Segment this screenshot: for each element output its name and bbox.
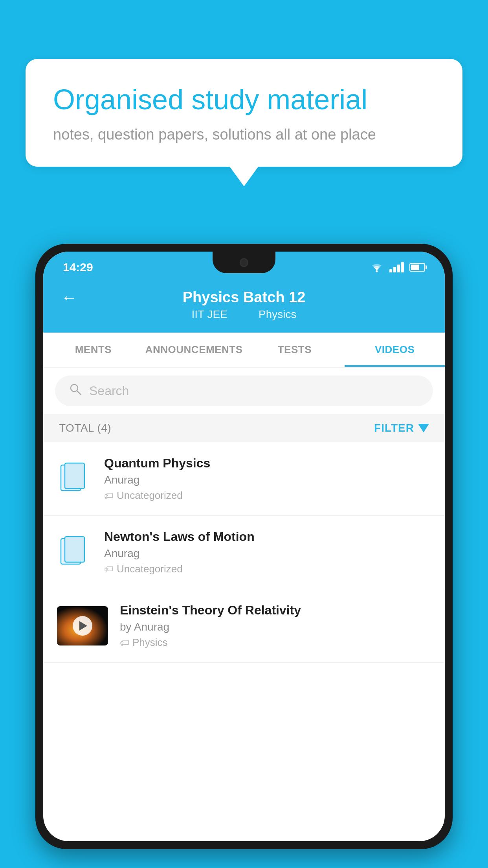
- video-tag: 🏷 Physics: [120, 636, 431, 649]
- search-container: Search: [43, 368, 445, 414]
- search-placeholder: Search: [89, 384, 129, 398]
- list-item[interactable]: Newton's Laws of Motion Anurag 🏷 Uncateg…: [43, 516, 445, 589]
- video-thumbnail: [57, 606, 108, 645]
- app-header: ← Physics Batch 12 IIT JEE Physics: [43, 279, 445, 333]
- video-tag: 🏷 Uncategorized: [104, 563, 431, 575]
- file-icon: [57, 535, 92, 570]
- tag-label: Uncategorized: [117, 563, 183, 575]
- phone-outer: 14:29: [35, 244, 453, 849]
- tab-videos[interactable]: VIDEOS: [345, 333, 445, 367]
- video-title: Einstein's Theory Of Relativity: [120, 603, 431, 618]
- promo-subtitle: notes, question papers, solutions all at…: [53, 126, 435, 143]
- status-time: 14:29: [63, 261, 93, 274]
- video-author: by Anurag: [120, 621, 431, 633]
- subtitle-iitjee: IIT JEE: [192, 308, 227, 320]
- camera-dot: [240, 258, 248, 267]
- wifi-icon: [370, 262, 384, 273]
- video-author: Anurag: [104, 474, 431, 486]
- search-bar[interactable]: Search: [55, 375, 433, 406]
- back-button[interactable]: ←: [61, 288, 77, 307]
- promo-section: Organised study material notes, question…: [26, 59, 462, 167]
- header-row: ← Physics Batch 12: [61, 289, 427, 306]
- svg-rect-4: [65, 463, 84, 489]
- video-title: Newton's Laws of Motion: [104, 530, 431, 544]
- total-filter-row: TOTAL (4) FILTER: [43, 414, 445, 442]
- subtitle-physics: Physics: [259, 308, 296, 320]
- tab-announcements[interactable]: ANNOUNCEMENTS: [143, 333, 245, 367]
- subtitle-separator: [240, 308, 246, 320]
- tab-tests[interactable]: TESTS: [244, 333, 345, 367]
- phone-inner: 14:29: [43, 252, 445, 841]
- video-author: Anurag: [104, 547, 431, 560]
- tag-icon: 🏷: [104, 564, 114, 575]
- video-info: Newton's Laws of Motion Anurag 🏷 Uncateg…: [104, 530, 431, 575]
- status-icons: [370, 262, 425, 273]
- tag-label: Physics: [132, 636, 168, 649]
- header-title: Physics Batch 12: [183, 289, 306, 306]
- tag-icon: 🏷: [104, 490, 114, 501]
- phone-notch: [213, 252, 275, 273]
- svg-point-0: [376, 270, 378, 272]
- battery-icon: [409, 263, 425, 272]
- video-info: Quantum Physics Anurag 🏷 Uncategorized: [104, 456, 431, 502]
- video-info: Einstein's Theory Of Relativity by Anura…: [120, 603, 431, 649]
- total-label: TOTAL (4): [59, 422, 111, 434]
- file-icon: [57, 461, 92, 497]
- tag-icon: 🏷: [120, 637, 129, 648]
- list-item[interactable]: Quantum Physics Anurag 🏷 Uncategorized: [43, 442, 445, 516]
- phone-container: 14:29: [35, 244, 453, 868]
- video-list: Quantum Physics Anurag 🏷 Uncategorized: [43, 442, 445, 663]
- play-triangle-icon: [79, 621, 87, 631]
- header-subtitle: IIT JEE Physics: [187, 308, 301, 321]
- search-icon: [69, 383, 82, 399]
- tabs-container: MENTS ANNOUNCEMENTS TESTS VIDEOS: [43, 333, 445, 368]
- svg-line-2: [77, 391, 81, 395]
- play-button[interactable]: [73, 616, 92, 636]
- tab-ments[interactable]: MENTS: [43, 333, 143, 367]
- signal-icon: [389, 262, 404, 272]
- promo-title: Organised study material: [53, 83, 435, 116]
- filter-button[interactable]: FILTER: [374, 422, 429, 434]
- video-title: Quantum Physics: [104, 456, 431, 471]
- svg-rect-6: [65, 537, 84, 562]
- filter-label: FILTER: [374, 422, 414, 434]
- video-tag: 🏷 Uncategorized: [104, 489, 431, 502]
- tag-label: Uncategorized: [117, 489, 183, 502]
- speech-bubble: Organised study material notes, question…: [26, 59, 462, 167]
- filter-icon: [418, 424, 429, 432]
- list-item[interactable]: Einstein's Theory Of Relativity by Anura…: [43, 589, 445, 663]
